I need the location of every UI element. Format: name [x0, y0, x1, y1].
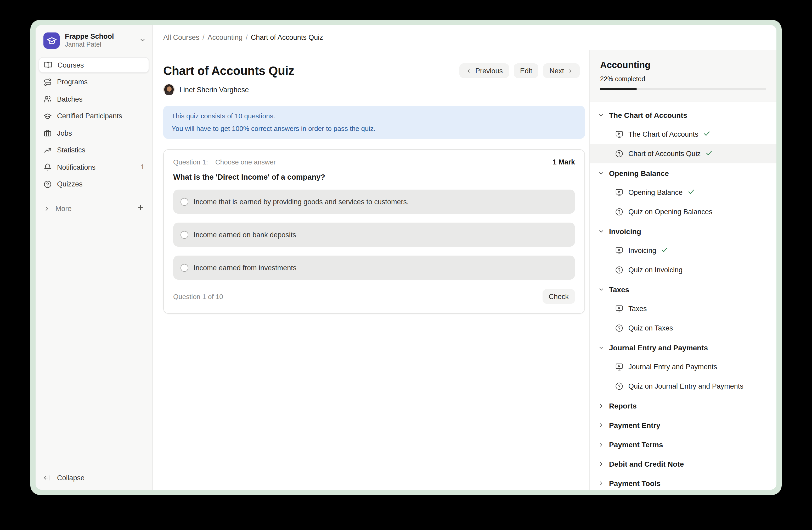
outline-lesson[interactable]: The Chart of Accounts: [590, 125, 777, 144]
answer-option[interactable]: Income that is earned by providing goods…: [173, 190, 575, 214]
answer-option[interactable]: Income earned on bank deposits: [173, 223, 575, 247]
sidebar-item-certified-participants[interactable]: Certified Participants: [39, 108, 149, 124]
sidebar-item-notifications[interactable]: Notifications 1: [39, 159, 149, 175]
video-lesson-icon: [615, 304, 624, 313]
workspace-user: Jannat Patel: [65, 41, 134, 49]
chevron-right-icon: [598, 480, 604, 486]
topbar: All Courses / Accounting / Chart of Acco…: [153, 25, 777, 50]
outline-section-payment-terms[interactable]: Payment Terms: [590, 435, 777, 454]
sidebar-item-jobs[interactable]: Jobs: [39, 125, 149, 141]
chevron-down-icon: [598, 112, 604, 118]
workspace-name: Frappe School: [65, 32, 134, 41]
left-sidebar: Frappe School Jannat Patel Courses Progr…: [35, 25, 153, 490]
quiz-info-banner: This quiz consists of 10 questions. You …: [163, 106, 585, 139]
radio-button[interactable]: [180, 264, 188, 271]
banner-line: You will have to get 100% correct answer…: [172, 124, 577, 133]
outline-section-opening-balance[interactable]: Opening Balance: [590, 163, 777, 183]
workspace-switcher[interactable]: Frappe School Jannat Patel: [39, 30, 149, 51]
chevron-right-icon: [598, 461, 604, 467]
chevron-down-icon: [598, 344, 604, 351]
outline-section-journal-entry[interactable]: Journal Entry and Payments: [590, 338, 777, 357]
previous-button[interactable]: Previous: [460, 64, 509, 78]
outline-lesson[interactable]: Taxes: [590, 299, 777, 318]
outline-section-taxes[interactable]: Taxes: [590, 280, 777, 299]
video-lesson-icon: [615, 362, 624, 371]
outline-quiz[interactable]: Quiz on Taxes: [590, 318, 777, 338]
outline-quiz[interactable]: Quiz on Invoicing: [590, 260, 777, 280]
question-marks: 1 Mark: [552, 158, 575, 166]
completed-check-icon: [705, 149, 713, 158]
book-open-icon: [44, 61, 52, 69]
breadcrumb-current: Chart of Accounts Quiz: [251, 33, 323, 41]
trending-up-icon: [43, 146, 52, 154]
author-row: Linet Sherin Varghese: [163, 84, 580, 95]
chevron-down-icon: [598, 228, 604, 234]
outline-quiz-active[interactable]: Chart of Accounts Quiz: [590, 144, 777, 163]
outline-section-debit-credit-note[interactable]: Debit and Credit Note: [590, 454, 777, 473]
outline-section-payment-entry[interactable]: Payment Entry: [590, 415, 777, 435]
outline-lesson[interactable]: Journal Entry and Payments: [590, 357, 777, 377]
sidebar-nav: Courses Programs Batches Certified Parti…: [39, 57, 149, 192]
completed-check-icon: [687, 188, 695, 197]
sidebar-item-courses[interactable]: Courses: [39, 57, 149, 73]
sidebar-item-batches[interactable]: Batches: [39, 91, 149, 107]
edit-button[interactable]: Edit: [514, 64, 539, 78]
arrow-left-to-line-icon: [43, 474, 51, 482]
sidebar-more[interactable]: More: [39, 201, 149, 216]
breadcrumb-accounting[interactable]: Accounting: [208, 33, 243, 41]
collapse-sidebar-button[interactable]: Collapse: [39, 470, 149, 486]
completed-check-icon: [703, 130, 710, 139]
add-button[interactable]: [136, 204, 144, 214]
breadcrumb-all-courses[interactable]: All Courses: [163, 33, 199, 41]
quiz-icon: [615, 324, 624, 333]
plus-icon: [136, 204, 144, 212]
help-circle-icon: [43, 180, 52, 188]
sidebar-item-programs[interactable]: Programs: [39, 74, 149, 90]
notifications-count-badge: 1: [141, 163, 144, 171]
chevron-right-icon: [598, 403, 604, 409]
outline-quiz[interactable]: Quiz on Opening Balances: [590, 202, 777, 222]
author-name: Linet Sherin Varghese: [179, 86, 249, 94]
chevron-down-icon: [139, 36, 146, 45]
question-number-label: Question 1:: [173, 158, 208, 166]
outline-section-chart-of-accounts[interactable]: The Chart of Accounts: [590, 105, 777, 125]
app-window: Frappe School Jannat Patel Courses Progr…: [30, 20, 782, 495]
outline-section-reports[interactable]: Reports: [590, 396, 777, 415]
check-button[interactable]: Check: [542, 289, 575, 304]
breadcrumb: All Courses / Accounting / Chart of Acco…: [163, 33, 323, 41]
question-instruction: Choose one answer: [215, 158, 276, 166]
question-pagination: Question 1 of 10: [173, 293, 542, 301]
graduation-cap-icon: [43, 112, 52, 120]
chevron-right-icon: [598, 422, 604, 428]
page-title: Chart of Accounts Quiz: [163, 64, 460, 78]
screen: Frappe School Jannat Patel Courses Progr…: [0, 0, 812, 530]
options-list: Income that is earned by providing goods…: [173, 190, 575, 280]
completed-check-icon: [661, 246, 668, 255]
briefcase-icon: [43, 129, 52, 137]
chevron-right-icon: [568, 68, 574, 73]
chevron-down-icon: [598, 170, 604, 176]
next-button[interactable]: Next: [543, 64, 580, 78]
outline-quiz[interactable]: Quiz on Journal Entry and Payments: [590, 377, 777, 396]
radio-button[interactable]: [180, 198, 188, 206]
progress-fill: [600, 88, 637, 90]
chevron-down-icon: [598, 286, 604, 293]
sidebar-item-statistics[interactable]: Statistics: [39, 142, 149, 158]
outline-section-invoicing[interactable]: Invoicing: [590, 222, 777, 241]
chevron-right-icon: [598, 441, 604, 447]
outline-lesson[interactable]: Opening Balance: [590, 183, 777, 202]
outline-lesson[interactable]: Invoicing: [590, 241, 777, 260]
bell-icon: [43, 163, 52, 171]
chevron-right-icon: [43, 205, 50, 212]
outline-header: Accounting 22% completed: [590, 50, 777, 102]
course-title: Accounting: [600, 60, 766, 71]
course-outline: Accounting 22% completed The Chart of Ac…: [589, 50, 777, 490]
outline-section-payment-tools[interactable]: Payment Tools: [590, 473, 777, 490]
sidebar-item-quizzes[interactable]: Quizzes: [39, 176, 149, 192]
quiz-icon: [615, 266, 624, 275]
radio-button[interactable]: [180, 231, 188, 239]
author-avatar: [163, 84, 175, 95]
banner-line: This quiz consists of 10 questions.: [172, 112, 577, 121]
answer-option[interactable]: Income earned from investments: [173, 255, 575, 280]
question-text: What is the 'Direct Income' of a company…: [173, 173, 575, 181]
